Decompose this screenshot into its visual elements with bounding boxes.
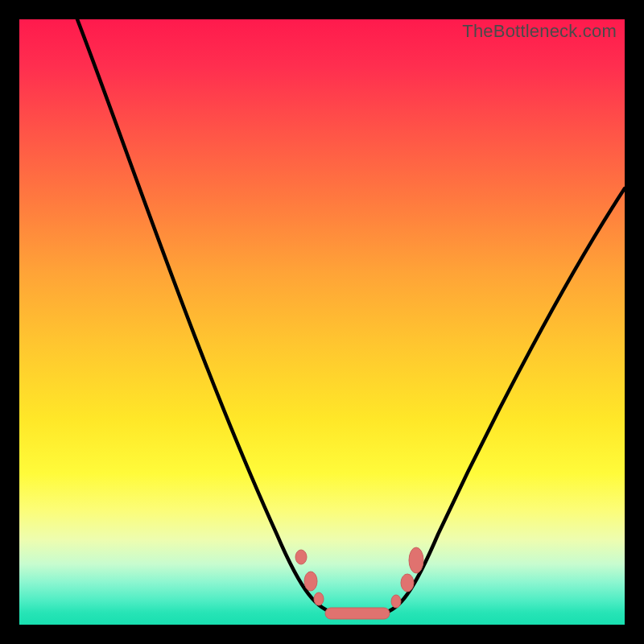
curve-marker (409, 547, 423, 573)
chart-plot-area: TheBottleneck.com (19, 19, 625, 625)
curve-marker (304, 572, 317, 591)
curve-marker (391, 595, 401, 608)
curve-marker (314, 592, 324, 605)
trough-marker (325, 608, 390, 619)
curve-path (77, 19, 625, 613)
curve-marker (295, 550, 307, 564)
bottleneck-curve (19, 19, 625, 625)
curve-marker (401, 574, 414, 592)
